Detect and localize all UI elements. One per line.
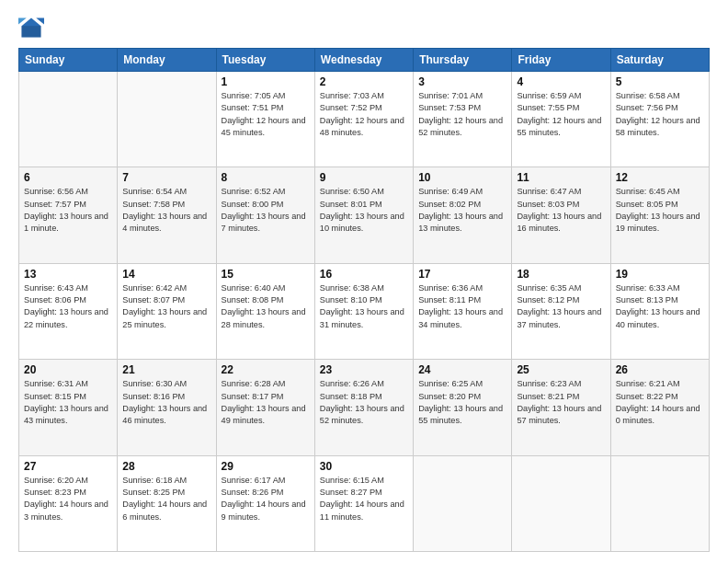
day-number: 24: [418, 363, 506, 376]
calendar-cell: 30Sunrise: 6:15 AM Sunset: 8:27 PM Dayli…: [314, 455, 413, 551]
day-info: Sunrise: 6:49 AM Sunset: 8:02 PM Dayligh…: [418, 186, 506, 235]
day-number: 8: [222, 171, 310, 184]
header-row: SundayMondayTuesdayWednesdayThursdayFrid…: [19, 49, 710, 72]
calendar-cell: 16Sunrise: 6:38 AM Sunset: 8:10 PM Dayli…: [314, 263, 413, 359]
day-info: Sunrise: 6:45 AM Sunset: 8:05 PM Dayligh…: [616, 186, 704, 235]
calendar-cell: 12Sunrise: 6:45 AM Sunset: 8:05 PM Dayli…: [610, 167, 709, 263]
day-number: 11: [517, 171, 605, 184]
calendar-cell: 1Sunrise: 7:05 AM Sunset: 7:51 PM Daylig…: [216, 72, 314, 167]
col-header-friday: Friday: [512, 49, 610, 72]
calendar-cell: 3Sunrise: 7:01 AM Sunset: 7:53 PM Daylig…: [414, 72, 512, 167]
day-info: Sunrise: 7:01 AM Sunset: 7:53 PM Dayligh…: [418, 90, 506, 139]
day-info: Sunrise: 6:59 AM Sunset: 7:55 PM Dayligh…: [517, 90, 605, 139]
calendar-cell: 27Sunrise: 6:20 AM Sunset: 8:23 PM Dayli…: [19, 455, 118, 551]
calendar-cell: 26Sunrise: 6:21 AM Sunset: 8:22 PM Dayli…: [610, 360, 709, 455]
header: [18, 15, 710, 40]
day-info: Sunrise: 6:35 AM Sunset: 8:12 PM Dayligh…: [517, 282, 605, 331]
calendar-cell: 5Sunrise: 6:58 AM Sunset: 7:56 PM Daylig…: [610, 72, 709, 167]
col-header-tuesday: Tuesday: [216, 49, 314, 72]
calendar-cell: 13Sunrise: 6:43 AM Sunset: 8:06 PM Dayli…: [19, 263, 118, 359]
week-row-5: 27Sunrise: 6:20 AM Sunset: 8:23 PM Dayli…: [19, 455, 710, 551]
day-info: Sunrise: 6:47 AM Sunset: 8:03 PM Dayligh…: [517, 186, 605, 235]
calendar-cell: 14Sunrise: 6:42 AM Sunset: 8:07 PM Dayli…: [118, 263, 216, 359]
calendar-cell: 10Sunrise: 6:49 AM Sunset: 8:02 PM Dayli…: [414, 167, 512, 263]
calendar-cell: 15Sunrise: 6:40 AM Sunset: 8:08 PM Dayli…: [216, 263, 314, 359]
day-number: 2: [320, 75, 408, 88]
day-info: Sunrise: 6:30 AM Sunset: 8:16 PM Dayligh…: [122, 378, 210, 427]
page: SundayMondayTuesdayWednesdayThursdayFrid…: [0, 0, 728, 563]
day-number: 27: [24, 460, 112, 473]
day-info: Sunrise: 6:43 AM Sunset: 8:06 PM Dayligh…: [24, 282, 112, 331]
col-header-monday: Monday: [118, 49, 216, 72]
day-info: Sunrise: 6:50 AM Sunset: 8:01 PM Dayligh…: [320, 186, 408, 235]
day-info: Sunrise: 6:58 AM Sunset: 7:56 PM Dayligh…: [616, 90, 704, 139]
calendar-cell: 6Sunrise: 6:56 AM Sunset: 7:57 PM Daylig…: [19, 167, 118, 263]
calendar-cell: 11Sunrise: 6:47 AM Sunset: 8:03 PM Dayli…: [512, 167, 610, 263]
week-row-1: 1Sunrise: 7:05 AM Sunset: 7:51 PM Daylig…: [19, 72, 710, 167]
calendar-cell: 17Sunrise: 6:36 AM Sunset: 8:11 PM Dayli…: [414, 263, 512, 359]
calendar-cell: 8Sunrise: 6:52 AM Sunset: 8:00 PM Daylig…: [216, 167, 314, 263]
day-number: 4: [517, 75, 605, 88]
day-number: 6: [24, 171, 112, 184]
calendar-cell: [19, 72, 118, 167]
week-row-3: 13Sunrise: 6:43 AM Sunset: 8:06 PM Dayli…: [19, 263, 710, 359]
calendar-cell: [610, 455, 709, 551]
day-number: 21: [122, 363, 210, 376]
day-number: 14: [122, 268, 210, 281]
day-info: Sunrise: 6:23 AM Sunset: 8:21 PM Dayligh…: [517, 378, 605, 427]
calendar-cell: 18Sunrise: 6:35 AM Sunset: 8:12 PM Dayli…: [512, 263, 610, 359]
svg-rect-3: [22, 26, 41, 37]
calendar-cell: 2Sunrise: 7:03 AM Sunset: 7:52 PM Daylig…: [314, 72, 413, 167]
day-number: 3: [418, 75, 506, 88]
day-info: Sunrise: 6:56 AM Sunset: 7:57 PM Dayligh…: [24, 186, 112, 235]
day-number: 20: [24, 363, 112, 376]
day-info: Sunrise: 6:25 AM Sunset: 8:20 PM Dayligh…: [418, 378, 506, 427]
week-row-2: 6Sunrise: 6:56 AM Sunset: 7:57 PM Daylig…: [19, 167, 710, 263]
col-header-thursday: Thursday: [414, 49, 512, 72]
logo: [18, 15, 48, 40]
day-number: 15: [222, 268, 310, 281]
day-info: Sunrise: 6:21 AM Sunset: 8:22 PM Dayligh…: [616, 378, 704, 427]
day-info: Sunrise: 6:26 AM Sunset: 8:18 PM Dayligh…: [320, 378, 408, 427]
col-header-saturday: Saturday: [610, 49, 709, 72]
day-info: Sunrise: 6:18 AM Sunset: 8:25 PM Dayligh…: [122, 475, 210, 523]
day-number: 16: [320, 268, 408, 281]
calendar-cell: 24Sunrise: 6:25 AM Sunset: 8:20 PM Dayli…: [414, 360, 512, 455]
day-info: Sunrise: 6:31 AM Sunset: 8:15 PM Dayligh…: [24, 378, 112, 427]
day-info: Sunrise: 6:40 AM Sunset: 8:08 PM Dayligh…: [222, 282, 310, 331]
calendar-cell: 28Sunrise: 6:18 AM Sunset: 8:25 PM Dayli…: [118, 455, 216, 551]
day-info: Sunrise: 6:20 AM Sunset: 8:23 PM Dayligh…: [24, 475, 112, 523]
day-info: Sunrise: 7:05 AM Sunset: 7:51 PM Dayligh…: [222, 90, 310, 139]
calendar-cell: 22Sunrise: 6:28 AM Sunset: 8:17 PM Dayli…: [216, 360, 314, 455]
day-number: 19: [616, 268, 704, 281]
day-number: 29: [222, 460, 310, 473]
calendar-cell: 25Sunrise: 6:23 AM Sunset: 8:21 PM Dayli…: [512, 360, 610, 455]
day-number: 30: [320, 460, 408, 473]
calendar-cell: 7Sunrise: 6:54 AM Sunset: 7:58 PM Daylig…: [118, 167, 216, 263]
day-info: Sunrise: 7:03 AM Sunset: 7:52 PM Dayligh…: [320, 90, 408, 139]
week-row-4: 20Sunrise: 6:31 AM Sunset: 8:15 PM Dayli…: [19, 360, 710, 455]
col-header-sunday: Sunday: [19, 49, 118, 72]
calendar-cell: 21Sunrise: 6:30 AM Sunset: 8:16 PM Dayli…: [118, 360, 216, 455]
day-info: Sunrise: 6:52 AM Sunset: 8:00 PM Dayligh…: [222, 186, 310, 235]
calendar-cell: [512, 455, 610, 551]
day-number: 18: [517, 268, 605, 281]
day-info: Sunrise: 6:36 AM Sunset: 8:11 PM Dayligh…: [418, 282, 506, 331]
calendar-cell: [414, 455, 512, 551]
calendar-table: SundayMondayTuesdayWednesdayThursdayFrid…: [18, 48, 710, 552]
calendar-cell: 29Sunrise: 6:17 AM Sunset: 8:26 PM Dayli…: [216, 455, 314, 551]
day-info: Sunrise: 6:17 AM Sunset: 8:26 PM Dayligh…: [222, 475, 310, 523]
calendar-cell: 23Sunrise: 6:26 AM Sunset: 8:18 PM Dayli…: [314, 360, 413, 455]
day-number: 22: [222, 363, 310, 376]
day-number: 10: [418, 171, 506, 184]
col-header-wednesday: Wednesday: [314, 49, 413, 72]
day-info: Sunrise: 6:38 AM Sunset: 8:10 PM Dayligh…: [320, 282, 408, 331]
day-info: Sunrise: 6:28 AM Sunset: 8:17 PM Dayligh…: [222, 378, 310, 427]
calendar-cell: 20Sunrise: 6:31 AM Sunset: 8:15 PM Dayli…: [19, 360, 118, 455]
day-info: Sunrise: 6:33 AM Sunset: 8:13 PM Dayligh…: [616, 282, 704, 331]
day-info: Sunrise: 6:15 AM Sunset: 8:27 PM Dayligh…: [320, 475, 408, 523]
calendar-cell: 4Sunrise: 6:59 AM Sunset: 7:55 PM Daylig…: [512, 72, 610, 167]
calendar-cell: 9Sunrise: 6:50 AM Sunset: 8:01 PM Daylig…: [314, 167, 413, 263]
calendar-cell: 19Sunrise: 6:33 AM Sunset: 8:13 PM Dayli…: [610, 263, 709, 359]
day-number: 25: [517, 363, 605, 376]
